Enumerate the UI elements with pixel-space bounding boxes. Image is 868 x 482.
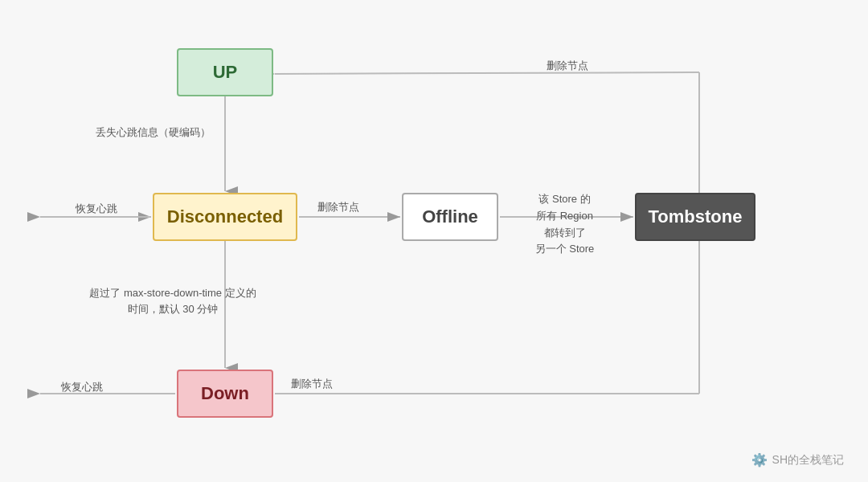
label-delete-node-mid: 删除节点: [302, 199, 375, 215]
state-tombstone: Tombstone: [635, 193, 755, 241]
tombstone-label: Tombstone: [649, 206, 743, 227]
label-timeout: 超过了 max-store-down-time 定义的时间，默认 30 分钟: [84, 285, 261, 317]
disconnected-label: Disconnected: [167, 206, 283, 227]
offline-label: Offline: [422, 206, 478, 227]
label-restore-heartbeat-top: 恢复心跳: [64, 201, 129, 217]
state-offline: Offline: [402, 193, 498, 241]
up-label: UP: [213, 62, 238, 83]
label-region-transfer: 该 Store 的所有 Region都转到了另一个 Store: [506, 191, 623, 258]
svg-line-11: [275, 72, 699, 74]
diagram-container: UP Disconnected Down Offline Tombstone 删…: [0, 0, 868, 482]
state-up: UP: [177, 48, 273, 96]
label-restore-heartbeat-bottom: 恢复心跳: [50, 379, 114, 395]
watermark: ⚙️ SH的全栈笔记: [751, 452, 844, 468]
state-down: Down: [177, 370, 273, 418]
watermark-icon: ⚙️: [751, 452, 768, 468]
arrows-svg: [0, 0, 868, 482]
label-delete-node-top: 删除节点: [547, 58, 588, 74]
watermark-text: SH的全栈笔记: [772, 453, 844, 468]
label-delete-node-bottom: 删除节点: [280, 376, 344, 392]
down-label: Down: [201, 383, 249, 404]
state-disconnected: Disconnected: [153, 193, 297, 241]
label-lose-heartbeat: 丢失心跳信息（硬编码）: [88, 125, 217, 141]
